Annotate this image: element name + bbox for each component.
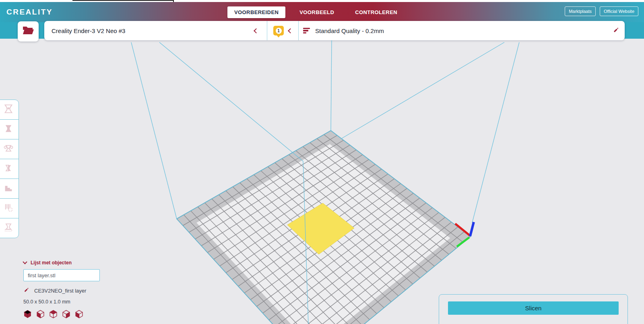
application-window: CREALITY VOORBEREIDEN VOORBEELD CONTROLE… bbox=[0, 0, 644, 324]
model-dimensions: 50.0 x 50.0 x 1.0 mm bbox=[23, 299, 100, 305]
view-right-cube-icon[interactable] bbox=[75, 310, 83, 320]
printer-name: Creality Ender-3 V2 Neo #3 bbox=[52, 27, 125, 34]
window-artifact-line bbox=[72, 0, 174, 1]
view-top-cube-icon[interactable] bbox=[49, 310, 58, 320]
tab-voorbeeld[interactable]: VOORBEELD bbox=[293, 6, 341, 18]
z-axis bbox=[470, 222, 474, 236]
object-list-header[interactable]: Lijst met objecten bbox=[23, 260, 100, 266]
print-settings-selector[interactable]: Standard Quality - 0.2mm 100% bbox=[299, 21, 625, 40]
extruder-badge: 1 bbox=[273, 26, 284, 35]
tab-voorbereiden[interactable]: VOORBEREIDEN bbox=[227, 6, 285, 18]
official-website-button[interactable]: Official Website bbox=[600, 6, 638, 16]
object-list-panel: Lijst met objecten first layer.stl CE3V2… bbox=[23, 260, 100, 320]
folder-open-icon bbox=[23, 26, 34, 37]
profile-label: Standard Quality - 0.2mm bbox=[315, 27, 384, 34]
edit-settings-pencil-icon[interactable] bbox=[613, 26, 620, 35]
chevron-left-icon bbox=[288, 28, 293, 33]
header-bar: CREALITY VOORBEREIDEN VOORBEELD CONTROLE… bbox=[0, 2, 644, 22]
layer-height-icon bbox=[303, 28, 310, 34]
open-file-button[interactable] bbox=[18, 21, 39, 42]
extruder-selector[interactable]: 1 bbox=[267, 21, 298, 40]
object-list-title: Lijst met objecten bbox=[31, 260, 72, 266]
view-front-cube-icon[interactable] bbox=[36, 310, 45, 320]
extruder-number: 1 bbox=[276, 28, 282, 34]
model-name-row: CE3V2NEO_first layer bbox=[23, 287, 100, 295]
view-3d-cube-icon[interactable] bbox=[23, 310, 32, 320]
camera-view-buttons bbox=[23, 310, 100, 320]
model-name: CE3V2NEO_first layer bbox=[34, 288, 86, 294]
slice-panel: Slicen bbox=[439, 294, 628, 324]
chevron-left-icon bbox=[254, 28, 259, 33]
creality-logo: CREALITY bbox=[6, 8, 53, 17]
stage-tabs: VOORBEREIDEN VOORBEELD CONTROLEREN bbox=[227, 2, 411, 22]
marketplace-button[interactable]: Marktplaats bbox=[565, 6, 596, 16]
chevron-down-icon bbox=[23, 260, 27, 264]
header-links: Marktplaats Official Website bbox=[565, 6, 638, 16]
rename-pencil-icon[interactable] bbox=[23, 287, 30, 295]
tab-controleren[interactable]: CONTROLEREN bbox=[348, 6, 404, 18]
view-left-cube-icon[interactable] bbox=[62, 310, 70, 320]
slice-button[interactable]: Slicen bbox=[448, 301, 619, 315]
configuration-panel: Creality Ender-3 V2 Neo #3 1 Standard Qu… bbox=[44, 21, 625, 40]
printer-selector[interactable]: Creality Ender-3 V2 Neo #3 bbox=[44, 21, 267, 40]
object-list-item[interactable]: first layer.stl bbox=[23, 269, 100, 281]
